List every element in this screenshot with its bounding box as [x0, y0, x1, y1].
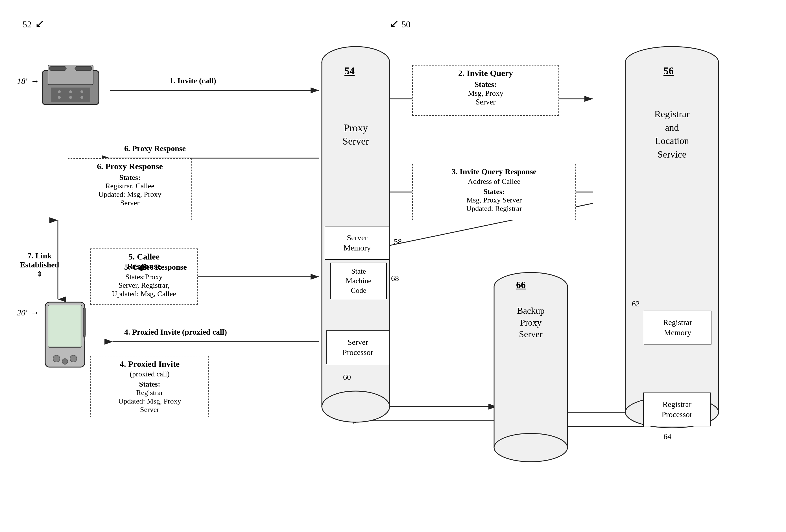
fig-50-label: ↙ 50 — [390, 17, 411, 30]
svg-point-34 — [53, 355, 60, 362]
fig-52-label: 52 ↙ — [23, 17, 45, 30]
registrar-num: 56 — [664, 65, 674, 77]
svg-point-25 — [80, 90, 83, 93]
ref-20-label: 20' → — [17, 308, 39, 317]
server-processor-num: 60 — [343, 373, 351, 382]
svg-point-28 — [80, 96, 83, 99]
svg-point-26 — [58, 96, 61, 99]
registrar-label: Registrar and Location Service — [624, 107, 720, 161]
svg-point-23 — [58, 90, 61, 93]
step5-box: 5. CalleeResponse States:Proxy Server, R… — [90, 249, 198, 305]
proxy-server-label: Proxy Server — [322, 121, 390, 148]
registrar-memory-box: Registrar Memory — [644, 310, 712, 345]
server-memory-box: Server Memory — [325, 226, 390, 260]
svg-point-24 — [69, 90, 72, 93]
server-processor-box: Server Processor — [326, 330, 390, 364]
step4-arrow-label: 4. Proxied Invite (proxied call) — [124, 328, 227, 337]
mobile-device — [40, 299, 90, 373]
backup-proxy-label: Backup Proxy Server — [494, 305, 568, 340]
svg-point-36 — [70, 355, 77, 362]
registrar-memory-num: 62 — [632, 299, 640, 308]
registrar-cylinder — [621, 45, 723, 440]
svg-rect-37 — [83, 308, 86, 336]
svg-point-27 — [69, 96, 72, 99]
registrar-processor-num: 64 — [664, 432, 671, 441]
step7-label: 7. Link Established ⇕ — [14, 251, 65, 278]
svg-rect-29 — [49, 66, 66, 71]
registrar-processor-box: Registrar Processor — [643, 393, 711, 426]
step1-label: 1. Invite (call) — [169, 76, 216, 85]
backup-proxy-num: 66 — [516, 280, 526, 290]
svg-rect-33 — [49, 306, 80, 346]
step4-box: 4. Proxied Invite (proxied call) States:… — [90, 356, 209, 417]
server-memory-num: 58 — [394, 237, 402, 246]
step6-arrow-label: 6. Proxy Response — [124, 144, 186, 153]
step3-box: 3. Invite Query Response Address of Call… — [412, 164, 576, 220]
svg-point-35 — [62, 358, 68, 364]
step5-arrow-label: 5. Callee Response — [124, 262, 187, 272]
svg-rect-22 — [51, 88, 90, 102]
state-machine-num: 68 — [391, 274, 399, 283]
backup-proxy-cylinder — [491, 271, 570, 463]
step6-box: 6. Proxy Response States: Registrar, Cal… — [68, 158, 192, 220]
svg-rect-30 — [75, 66, 92, 71]
ref-18-label: 18' → — [17, 76, 39, 86]
state-machine-box: State Machine Code — [330, 262, 387, 299]
step2-box: 2. Invite Query States: Msg, Proxy Serve… — [412, 65, 559, 116]
svg-point-43 — [322, 391, 390, 422]
svg-point-53 — [494, 434, 568, 462]
telephone-device — [40, 62, 102, 107]
proxy-server-num: 54 — [344, 65, 354, 77]
